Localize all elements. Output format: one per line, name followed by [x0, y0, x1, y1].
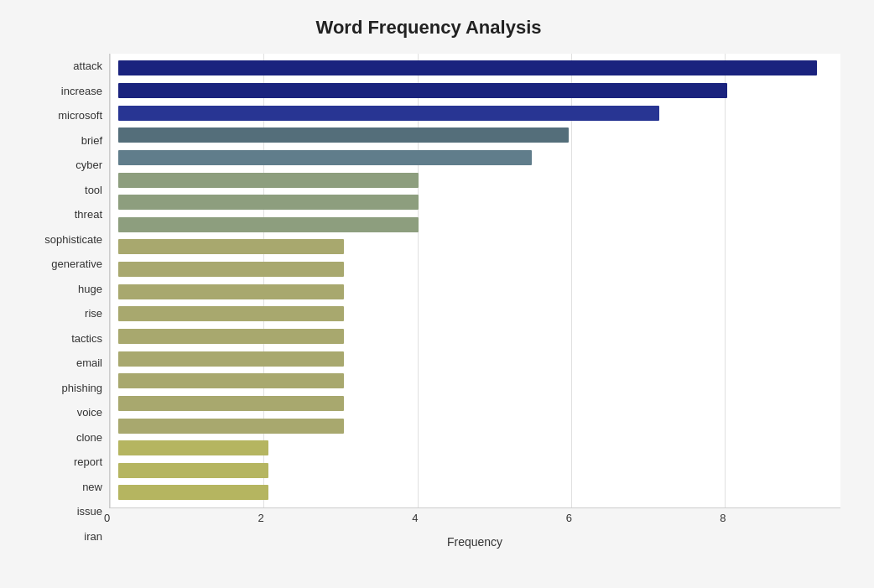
bar-row [118, 171, 832, 190]
chart-title: Word Frequency Analysis [17, 17, 840, 39]
y-axis-label: sophisticate [44, 228, 102, 250]
bar [118, 329, 344, 344]
y-axis-label: issue [77, 501, 102, 523]
bar [118, 373, 344, 388]
y-axis-label: clone [76, 426, 102, 448]
bar-row [118, 350, 832, 368]
bar-row [118, 304, 832, 323]
bar [118, 83, 727, 98]
y-axis-label: report [74, 451, 102, 473]
y-axis-label: iran [84, 525, 102, 547]
bar-row [118, 483, 832, 502]
bar [118, 419, 344, 434]
bar-row [118, 81, 832, 100]
bar-row [118, 216, 832, 234]
bar [118, 485, 268, 500]
bar [118, 396, 344, 411]
x-tick-label: 8 [720, 512, 726, 524]
bar [118, 239, 344, 254]
bar-row [118, 260, 832, 278]
x-tick-label: 6 [566, 512, 572, 524]
bar [118, 127, 569, 143]
x-axis-title: Frequency [109, 535, 840, 549]
bar-row [118, 126, 832, 144]
bar-row [118, 461, 832, 480]
bar [118, 351, 344, 367]
bar-row [118, 193, 832, 211]
y-axis-label: increase [61, 80, 102, 101]
bar-row [118, 283, 832, 301]
bar [118, 217, 419, 232]
y-axis-label: tool [85, 179, 102, 200]
bar-row [118, 59, 832, 77]
x-tick-label: 2 [258, 512, 264, 524]
bar-row [118, 327, 832, 346]
y-axis: attackincreasemicrosoftbriefcybertoolthr… [17, 54, 109, 549]
y-axis-label: rise [85, 303, 102, 325]
x-tick-label: 0 [104, 512, 110, 524]
bar [118, 195, 419, 210]
y-axis-label: generative [51, 253, 102, 275]
y-axis-label: tactics [71, 327, 102, 349]
bar-row [118, 237, 832, 256]
y-axis-label: email [76, 352, 102, 374]
y-axis-label: cyber [75, 154, 102, 176]
y-axis-label: new [82, 476, 102, 497]
grid-line [110, 54, 111, 507]
chart-area: attackincreasemicrosoftbriefcybertoolthr… [17, 54, 840, 549]
y-axis-label: brief [81, 129, 102, 151]
y-axis-label: microsoft [58, 105, 102, 127]
bar [118, 173, 419, 188]
x-axis-labels: 02468 [109, 512, 840, 528]
bar [118, 60, 817, 75]
bar [118, 440, 268, 455]
bar [118, 150, 532, 165]
bar [118, 306, 344, 321]
bar-row [118, 417, 832, 435]
bar [118, 106, 659, 121]
x-tick-label: 4 [412, 512, 418, 524]
chart-container: Word Frequency Analysis attackincreasemi… [0, 0, 874, 588]
bar-row [118, 148, 832, 167]
bar [118, 262, 344, 277]
y-axis-label: threat [75, 204, 102, 226]
y-axis-label: phishing [62, 377, 102, 398]
y-axis-label: attack [73, 55, 102, 77]
bar-row [118, 394, 832, 413]
bar-row [118, 372, 832, 390]
y-axis-label: voice [77, 402, 102, 424]
bar-row [118, 104, 832, 122]
bar-row [118, 439, 832, 457]
bar [118, 463, 268, 478]
bars-area [109, 54, 840, 508]
y-axis-label: huge [78, 278, 102, 299]
bar [118, 284, 344, 299]
